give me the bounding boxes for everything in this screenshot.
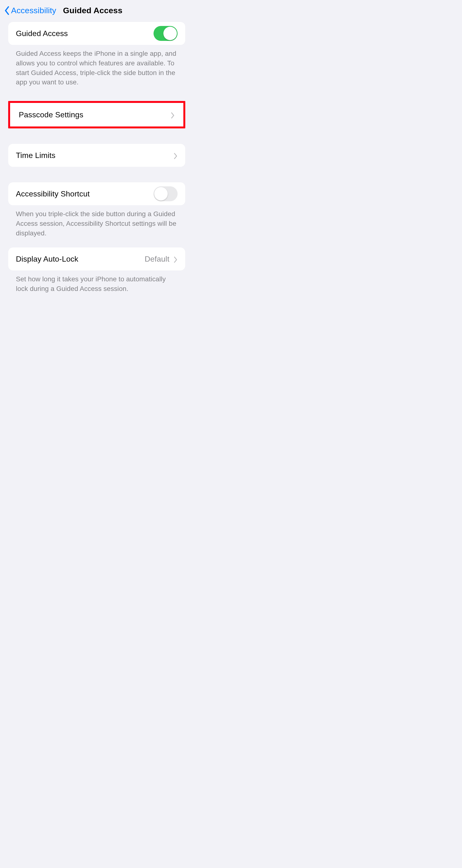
section-footer: Set how long it takes your iPhone to aut… (8, 271, 185, 293)
chevron-right-icon (171, 112, 175, 118)
back-button[interactable]: Accessibility (4, 6, 56, 15)
section-footer: Guided Access keeps the iPhone in a sing… (8, 45, 185, 87)
row-label: Display Auto-Lock (16, 255, 79, 264)
row-accessibility-shortcut-toggle[interactable]: Accessibility Shortcut (8, 182, 185, 205)
page-title: Guided Access (63, 6, 189, 15)
toggle-guided-access[interactable] (153, 26, 178, 41)
row-value: Default (145, 255, 169, 264)
back-label: Accessibility (11, 6, 56, 15)
chevron-right-icon (174, 256, 178, 262)
row-passcode-settings[interactable]: Passcode Settings (11, 104, 182, 125)
toggle-knob (154, 187, 168, 200)
back-chevron-icon (4, 6, 10, 15)
row-guided-access-toggle[interactable]: Guided Access (8, 22, 185, 45)
nav-bar: Accessibility Guided Access (0, 0, 194, 22)
toggle-knob (163, 27, 177, 40)
settings-screen: Accessibility Guided Access Guided Acces… (0, 0, 194, 342)
section-guided-access: Guided Access Guided Access keeps the iP… (0, 22, 194, 87)
section-accessibility-shortcut: Accessibility Shortcut When you triple-c… (0, 182, 194, 238)
row-label: Passcode Settings (19, 111, 83, 119)
toggle-accessibility-shortcut[interactable] (153, 186, 178, 201)
section-time-limits: Time Limits (0, 144, 194, 167)
highlight-annotation: Passcode Settings (8, 101, 185, 128)
row-label: Accessibility Shortcut (16, 189, 90, 198)
chevron-right-icon (174, 152, 178, 158)
row-time-limits[interactable]: Time Limits (8, 144, 185, 167)
row-label: Time Limits (16, 151, 56, 160)
row-label: Guided Access (16, 29, 68, 38)
section-passcode-settings: Passcode Settings (0, 101, 194, 128)
section-footer: When you triple-click the side button du… (8, 205, 185, 238)
row-display-auto-lock[interactable]: Display Auto-Lock Default (8, 247, 185, 271)
section-display-auto-lock: Display Auto-Lock Default Set how long i… (0, 247, 194, 293)
